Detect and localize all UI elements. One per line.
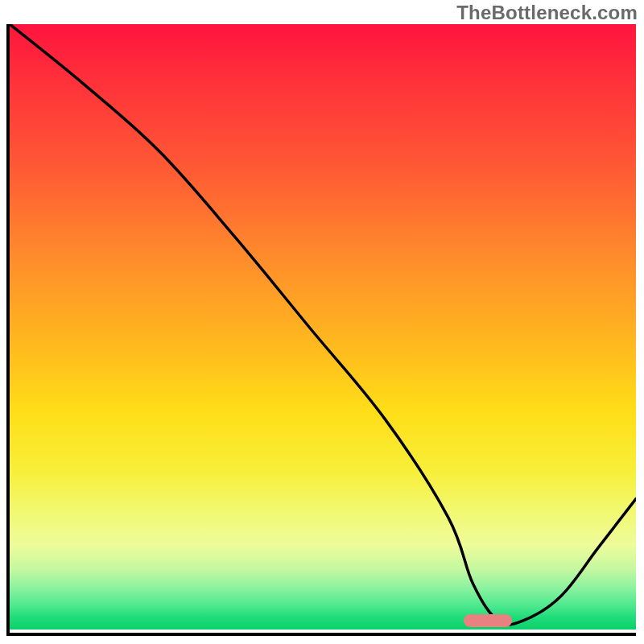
chart-canvas: TheBottleneck.com [0,0,644,644]
watermark-text: TheBottleneck.com [456,2,638,24]
gradient-bg [10,24,636,630]
optimal-point-marker [464,614,512,627]
plot-frame [6,24,636,636]
